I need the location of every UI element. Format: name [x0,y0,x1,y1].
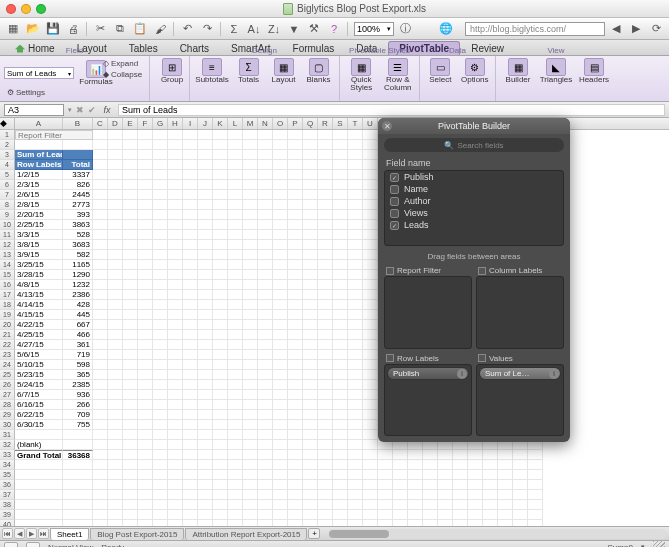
cell[interactable] [228,270,243,280]
cell[interactable] [303,160,318,170]
cell[interactable] [93,360,108,370]
cell[interactable] [153,170,168,180]
cell[interactable] [333,420,348,430]
date-cell[interactable]: 4/8/15 [15,280,63,290]
cell[interactable] [258,280,273,290]
cell[interactable] [348,280,363,290]
cell[interactable] [198,310,213,320]
cell[interactable] [483,480,498,490]
save-icon[interactable]: 💾 [44,21,62,37]
builder-field[interactable]: Author [385,195,563,207]
cell[interactable] [333,160,348,170]
cell[interactable] [228,360,243,370]
cell[interactable] [258,290,273,300]
cell[interactable] [183,230,198,240]
cell[interactable] [273,210,288,220]
cell[interactable] [513,500,528,510]
cell[interactable] [93,280,108,290]
cell[interactable] [288,370,303,380]
cell[interactable] [168,230,183,240]
cell[interactable] [318,520,333,526]
cell[interactable] [63,500,93,510]
cell[interactable] [168,420,183,430]
cell[interactable] [153,320,168,330]
cell[interactable] [183,300,198,310]
value-cell[interactable]: 667 [63,320,93,330]
col-header[interactable]: J [198,118,213,129]
date-cell[interactable]: 5/6/15 [15,350,63,360]
cell[interactable] [108,480,123,490]
cell[interactable] [348,230,363,240]
cell[interactable] [153,180,168,190]
cell[interactable] [138,240,153,250]
cell[interactable] [348,370,363,380]
cell[interactable] [138,410,153,420]
cell[interactable] [93,390,108,400]
cell[interactable] [228,320,243,330]
cell[interactable] [153,250,168,260]
cell[interactable] [123,320,138,330]
cell[interactable] [228,340,243,350]
cell[interactable] [183,500,198,510]
row-column-button[interactable]: ☰Row & Column [381,57,416,93]
cell[interactable] [318,450,333,460]
cell[interactable] [108,240,123,250]
cell[interactable] [213,320,228,330]
cell[interactable] [228,180,243,190]
cell[interactable] [393,490,408,500]
cell[interactable] [93,310,108,320]
cell[interactable] [213,250,228,260]
cell[interactable] [273,430,288,440]
cell[interactable] [333,340,348,350]
date-cell[interactable]: 6/30/15 [15,420,63,430]
blank-value-cell[interactable] [63,440,93,450]
cell[interactable] [363,480,378,490]
cell[interactable] [288,300,303,310]
cell[interactable] [108,390,123,400]
cell[interactable] [183,260,198,270]
copy-icon[interactable]: ⧉ [111,21,129,37]
filter-icon[interactable]: ▼ [285,21,303,37]
cell[interactable] [123,370,138,380]
cell[interactable] [228,140,243,150]
cut-icon[interactable]: ✂ [91,21,109,37]
cell[interactable] [123,400,138,410]
normal-view-button[interactable] [4,542,18,547]
builder-search[interactable]: 🔍 Search fields [384,138,564,152]
cell[interactable] [153,380,168,390]
cell[interactable] [288,310,303,320]
cell[interactable] [363,300,378,310]
cell[interactable] [108,500,123,510]
cell[interactable] [153,140,168,150]
cell[interactable] [258,140,273,150]
cell[interactable] [273,390,288,400]
cell[interactable] [138,320,153,330]
area-row-labels[interactable]: Row Labels Publishi [384,353,472,437]
cell[interactable] [288,340,303,350]
col-header[interactable]: N [258,118,273,129]
cell[interactable] [108,470,123,480]
triangles-button[interactable]: ◣Triangles [538,57,574,85]
cell[interactable] [153,160,168,170]
cell[interactable] [348,320,363,330]
expand-button[interactable]: ◇ Expand [100,58,145,69]
cell[interactable] [123,180,138,190]
date-cell[interactable]: 4/15/15 [15,310,63,320]
cell[interactable] [153,300,168,310]
cell[interactable] [123,480,138,490]
builder-button[interactable]: ▦Builder [500,57,536,85]
cell[interactable] [168,330,183,340]
value-cell[interactable]: 266 [63,400,93,410]
cell[interactable] [513,510,528,520]
cell[interactable] [258,220,273,230]
cell[interactable] [258,400,273,410]
cell[interactable] [138,150,153,160]
cell[interactable] [213,460,228,470]
cell[interactable] [228,460,243,470]
cell[interactable] [318,500,333,510]
cell[interactable] [438,480,453,490]
cell[interactable] [168,160,183,170]
cell[interactable] [258,250,273,260]
builder-close-icon[interactable]: ✕ [382,121,392,131]
cell[interactable] [363,130,378,140]
